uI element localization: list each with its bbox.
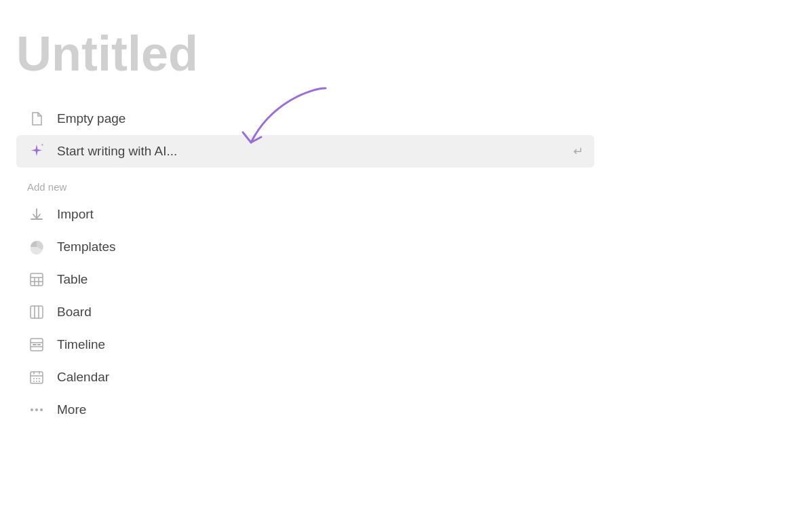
- board-icon: [27, 303, 46, 322]
- templates-label: Templates: [57, 240, 583, 254]
- import-icon: [27, 205, 46, 224]
- table-item[interactable]: Table: [16, 263, 594, 296]
- page-icon: [27, 109, 46, 128]
- svg-point-18: [36, 378, 37, 379]
- svg-rect-11: [33, 344, 37, 345]
- table-label: Table: [57, 272, 583, 287]
- more-item[interactable]: More: [16, 394, 594, 426]
- import-item[interactable]: Import: [16, 198, 594, 231]
- svg-point-22: [39, 381, 40, 382]
- calendar-label: Calendar: [57, 370, 583, 385]
- timeline-label: Timeline: [57, 337, 583, 352]
- svg-point-25: [40, 408, 43, 411]
- svg-rect-0: [31, 273, 43, 286]
- ai-writing-item[interactable]: Start writing with AI... ↵: [16, 135, 594, 168]
- svg-point-20: [33, 381, 35, 382]
- more-icon: [27, 400, 46, 419]
- enter-icon: ↵: [573, 144, 583, 159]
- empty-page-label: Empty page: [57, 111, 583, 126]
- add-new-section-label: Add new: [16, 168, 594, 198]
- calendar-icon: [27, 368, 46, 387]
- svg-point-23: [31, 408, 33, 411]
- ai-writing-label: Start writing with AI...: [57, 144, 562, 159]
- board-item[interactable]: Board: [16, 296, 594, 328]
- board-label: Board: [57, 305, 583, 320]
- import-label: Import: [57, 207, 583, 222]
- menu-list: Empty page Start writing with AI... ↵: [16, 102, 594, 168]
- timeline-icon: [27, 335, 46, 354]
- ai-sparkle-icon: [27, 142, 46, 161]
- add-new-list: Import Templates: [16, 198, 594, 426]
- svg-point-17: [33, 378, 35, 379]
- table-icon: [27, 270, 46, 289]
- svg-point-21: [36, 381, 37, 382]
- templates-icon: [27, 237, 46, 256]
- svg-rect-12: [37, 344, 41, 345]
- more-label: More: [57, 402, 583, 417]
- page-title: Untitled: [16, 27, 594, 81]
- svg-rect-5: [31, 306, 43, 318]
- svg-point-19: [39, 378, 40, 379]
- empty-page-item[interactable]: Empty page: [16, 102, 594, 135]
- calendar-item[interactable]: Calendar: [16, 361, 594, 394]
- templates-item[interactable]: Templates: [16, 231, 594, 263]
- timeline-item[interactable]: Timeline: [16, 328, 594, 361]
- svg-point-24: [35, 408, 38, 411]
